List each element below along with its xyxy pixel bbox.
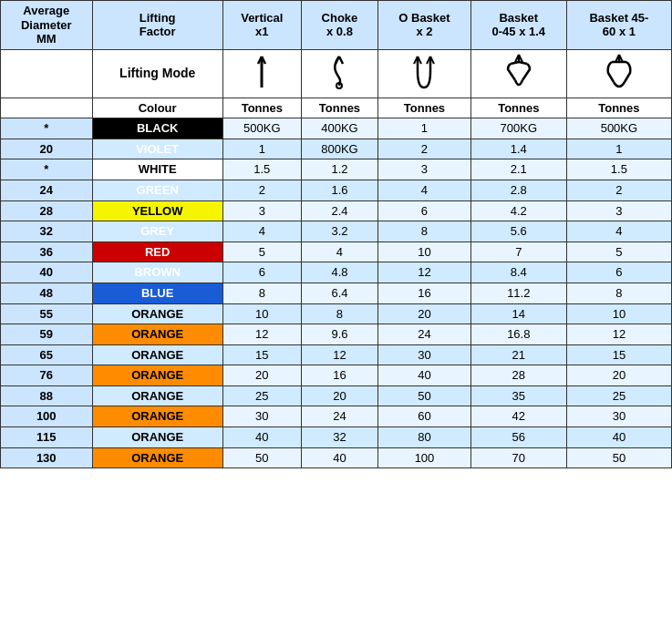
basket-cell: 2.1: [470, 159, 566, 180]
table-row: 24GREEN21.642.82: [1, 180, 672, 200]
basket-45-cell: 6: [566, 262, 671, 283]
table-row: 20VIOLET1800KG21.41: [1, 139, 672, 159]
vertical-cell: 4: [222, 221, 301, 242]
dia-cell: 28: [1, 200, 93, 221]
colour-cell: YELLOW: [92, 200, 222, 221]
basket-cell: 700KG: [470, 118, 566, 139]
lifting-icon-choke: [301, 49, 377, 98]
table-row: *BLACK500KG400KG1700KG500KG: [1, 118, 672, 139]
choke-icon: [329, 55, 349, 89]
choke-cell: 32: [301, 427, 377, 448]
colour-cell: RED: [92, 241, 222, 262]
basket-45-cell: 4: [566, 221, 671, 242]
lifting-icon-vertical: [222, 49, 301, 98]
basket-45-cell: 40: [566, 427, 671, 448]
table-row: 36RED541075: [1, 241, 672, 262]
o-basket-cell: 40: [378, 365, 471, 386]
header-choke: Choke x 0.8: [301, 1, 377, 50]
dia-cell: 20: [1, 139, 93, 159]
basket-cell: 4.2: [470, 200, 566, 221]
vertical-cell: 3: [222, 200, 301, 221]
o-basket-cell: 50: [378, 385, 471, 406]
basket-45-cell: 10: [566, 303, 671, 324]
o-basket-cell: 2: [378, 139, 471, 159]
colour-cell: ORANGE: [92, 447, 222, 468]
basket-45-cell: 1: [566, 139, 671, 159]
o-basket-cell: 1: [378, 118, 471, 139]
dia-cell: 130: [1, 447, 93, 468]
basket-45-cell: 20: [566, 365, 671, 386]
lifting-mode-empty-dia: [1, 49, 93, 98]
choke-cell: 400KG: [301, 118, 377, 139]
main-table-wrapper: Average Diameter MM Lifting Factor Verti…: [0, 0, 672, 468]
o-basket-cell: 10: [378, 241, 471, 262]
basket-45-cell: 8: [566, 283, 671, 303]
o-basket-cell: 4: [378, 180, 471, 200]
basket-cell: 1.4: [470, 139, 566, 159]
dia-cell: 55: [1, 303, 93, 324]
colour-cell: ORANGE: [92, 427, 222, 448]
o-basket-cell: 30: [378, 344, 471, 365]
dia-cell: 36: [1, 241, 93, 262]
tonnes-ob: Tonnes: [378, 98, 471, 118]
vertical-cell: 30: [222, 406, 301, 427]
header-basket-45: Basket 45- 60 x 1: [566, 1, 671, 50]
colour-cell: ORANGE: [92, 303, 222, 324]
vertical-cell: 15: [222, 344, 301, 365]
dia-cell: *: [1, 159, 93, 180]
basket-cell: 70: [470, 447, 566, 468]
colour-cell: VIOLET: [92, 139, 222, 159]
header-o-basket: O Basket x 2: [378, 1, 471, 50]
dia-cell: 65: [1, 344, 93, 365]
colour-label: Colour: [92, 98, 222, 118]
choke-cell: 3.2: [301, 221, 377, 242]
o-basket-cell: 24: [378, 324, 471, 345]
choke-cell: 6.4: [301, 283, 377, 303]
vertical-cell: 12: [222, 324, 301, 345]
dia-cell: 24: [1, 180, 93, 200]
vertical-cell: 10: [222, 303, 301, 324]
choke-cell: 9.6: [301, 324, 377, 345]
colour-cell: BLUE: [92, 283, 222, 303]
svg-line-16: [519, 62, 527, 64]
tonnes-c: Tonnes: [301, 98, 377, 118]
basket-cell: 42: [470, 406, 566, 427]
dia-cell: 48: [1, 283, 93, 303]
colour-cell: WHITE: [92, 159, 222, 180]
colour-cell: GREEN: [92, 180, 222, 200]
vertical-icon: [253, 55, 270, 89]
dia-cell: 40: [1, 262, 93, 283]
basket-cell: 5.6: [470, 221, 566, 242]
header-row: Average Diameter MM Lifting Factor Verti…: [1, 1, 672, 50]
basket-cell: 21: [470, 344, 566, 365]
o-basket-cell: 16: [378, 283, 471, 303]
basket-45-cell: 500KG: [566, 118, 671, 139]
choke-cell: 2.4: [301, 200, 377, 221]
choke-cell: 40: [301, 447, 377, 468]
lifting-icon-basket: [470, 49, 566, 98]
choke-cell: 800KG: [301, 139, 377, 159]
header-lifting-factor: Lifting Factor: [92, 1, 222, 50]
o-basket-cell: 8: [378, 221, 471, 242]
colour-cell: ORANGE: [92, 365, 222, 386]
o-basket-cell: 6: [378, 200, 471, 221]
basket-cell: 8.4: [470, 262, 566, 283]
basket-45-cell: 2: [566, 180, 671, 200]
dia-cell: 88: [1, 385, 93, 406]
basket-45-cell: 30: [566, 406, 671, 427]
basket-cell: 14: [470, 303, 566, 324]
header-basket: Basket 0-45 x 1.4: [470, 1, 566, 50]
colour-cell: ORANGE: [92, 406, 222, 427]
basket-cell: 56: [470, 427, 566, 448]
vertical-cell: 50: [222, 447, 301, 468]
choke-cell: 20: [301, 385, 377, 406]
table-row: 76ORANGE2016402820: [1, 365, 672, 386]
table-row: 130ORANGE50401007050: [1, 447, 672, 468]
choke-cell: 24: [301, 406, 377, 427]
table-row: 55ORANGE108201410: [1, 303, 672, 324]
vertical-cell: 20: [222, 365, 301, 386]
dia-cell: *: [1, 118, 93, 139]
basket-cell: 16.8: [470, 324, 566, 345]
colour-cell: ORANGE: [92, 324, 222, 345]
basket-45-cell: 50: [566, 447, 671, 468]
